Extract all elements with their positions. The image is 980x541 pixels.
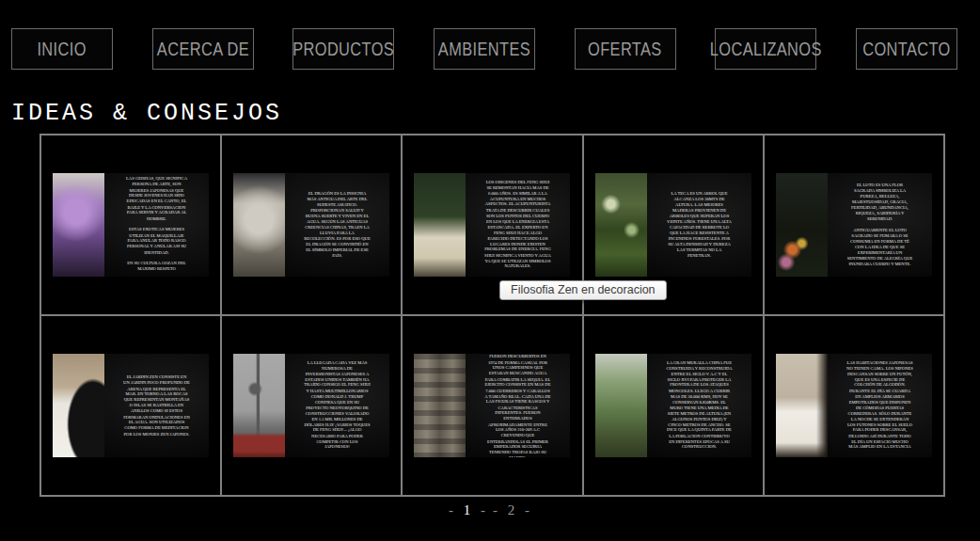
separator: - [481, 502, 487, 517]
terracotta-warriors-photo [414, 354, 466, 457]
idea-card-text-area: LAS HABITACIONES JAPONESAS NO TIENEN CAM… [828, 354, 932, 457]
ideas-grid: LAS GEISHAS, QUE SIGNIFICA PERSONA DE AR… [41, 135, 943, 495]
nav-item-localizanos[interactable]: LOCALIZANOS [715, 28, 816, 70]
ideas-grid-container: LAS GEISHAS, QUE SIGNIFICA PERSONA DE AR… [40, 134, 945, 497]
tooltip: Filosofia Zen en decoracion [499, 280, 667, 300]
nav-item-productos[interactable]: PRODUCTOS [292, 28, 394, 70]
idea-card-body: EL DRAGÓN ES LA INSIGNIA MÁS ANTIGUA DEL… [233, 173, 389, 277]
separator: - [449, 502, 455, 517]
idea-card-body: LAS GEISHAS, QUE SIGNIFICA PERSONA DE AR… [53, 173, 209, 277]
idea-card-text: LOS ORIGENES DEL FENG SHUI SE REMONTAN H… [484, 180, 551, 270]
idea-card-text-area: LA GRAN MURALLA CHINA FUE CONSTRUIDA Y R… [647, 354, 751, 457]
idea-card-text-area: LAS GEISHAS, QUE SIGNIFICA PERSONA DE AR… [104, 173, 209, 277]
nav-item-contacto[interactable]: CONTACTO [856, 28, 957, 70]
idea-card-text: LA GRAN MURALLA CHINA FUE CONSTRUIDA Y R… [666, 360, 733, 451]
idea-card-text: LA LLEGADA CADA VEZ MÁS NUMEROSA DE INVE… [304, 360, 371, 451]
idea-card-text: LOS GUERREROS DE XIAN FUERON DESCUBIERTO… [484, 354, 551, 457]
idea-card-body: EL LOTO ES UNA FLOR SAGRADA SIMBOLIZA LA… [776, 173, 932, 277]
teak-forest-photo [595, 173, 647, 277]
nav-item-label: OFERTAS [588, 38, 662, 60]
idea-card-text: LAS GEISHAS, QUE SIGNIFICA PERSONA DE AR… [123, 177, 190, 273]
idea-card-geishas[interactable]: LAS GEISHAS, QUE SIGNIFICA PERSONA DE AR… [41, 135, 220, 314]
nav-item-ofertas[interactable]: OFERTAS [575, 28, 676, 70]
idea-card-body: LA TECA ES UN ARBOL QUE ALCANZA LOS 30MT… [595, 173, 751, 277]
nav-item-acerca-de[interactable]: ACERCA DE [152, 28, 254, 70]
idea-card-habitaciones[interactable]: LAS HABITACIONES JAPONESAS NO TIENEN CAM… [765, 316, 943, 495]
dragon-statue-photo [233, 173, 285, 277]
geisha-photo [53, 173, 104, 277]
idea-card-body: LOS ORIGENES DEL FENG SHUI SE REMONTAN H… [414, 173, 570, 277]
great-wall-photo [595, 354, 647, 457]
idea-card-body: LA LLEGADA CADA VEZ MÁS NUMEROSA DE INVE… [233, 354, 389, 457]
idea-card-inversionistas[interactable]: LA LLEGADA CADA VEZ MÁS NUMEROSA DE INVE… [222, 316, 401, 495]
idea-card-text-area: EL JARDIN ZEN CONSISTE EN UN JARDIN POCO… [104, 354, 209, 457]
page-link-1[interactable]: - 1 - [449, 502, 487, 518]
nav-item-ambientes[interactable]: AMBIENTES [434, 28, 535, 70]
nav-item-label: PRODUCTOS [292, 38, 394, 60]
idea-card-body: LAS HABITACIONES JAPONESAS NO TIENEN CAM… [776, 354, 932, 457]
idea-card-text-area: LOS ORIGENES DEL FENG SHUI SE REMONTAN H… [466, 173, 570, 277]
page-link-2[interactable]: - 2 - [493, 502, 531, 518]
shanghai-tower-photo [233, 354, 285, 457]
zen-garden-photo [53, 354, 104, 457]
idea-card-gran-muralla[interactable]: LA GRAN MURALLA CHINA FUE CONSTRUIDA Y R… [584, 316, 763, 495]
pagination: - 1 -- 2 - [0, 502, 980, 518]
feng-shui-furniture-photo [414, 173, 466, 277]
nav-item-label: AMBIENTES [438, 38, 530, 60]
idea-card-body: LOS GUERREROS DE XIAN FUERON DESCUBIERTO… [414, 354, 570, 457]
idea-card-jardin-zen[interactable]: EL JARDIN ZEN CONSISTE EN UN JARDIN POCO… [41, 316, 220, 495]
idea-card-text-area: EL DRAGÓN ES LA INSIGNIA MÁS ANTIGUA DEL… [285, 173, 389, 277]
page-number: 2 [508, 502, 517, 517]
idea-card-text: LA TECA ES UN ARBOL QUE ALCANZA LOS 30MT… [666, 191, 733, 259]
separator: - [493, 502, 499, 517]
idea-card-guerreros-xian[interactable]: LOS GUERREROS DE XIAN FUERON DESCUBIERTO… [403, 316, 581, 495]
lotus-garden-photo [776, 173, 828, 277]
nav-item-label: LOCALIZANOS [710, 38, 822, 60]
main-navigation: INICIO ACERCA DE PRODUCTOS AMBIENTES OFE… [11, 28, 957, 70]
nav-item-label: ACERCA DE [157, 38, 249, 60]
separator: - [525, 502, 531, 517]
idea-card-text: EL DRAGÓN ES LA INSIGNIA MÁS ANTIGUA DEL… [304, 191, 371, 259]
idea-card-dragon[interactable]: EL DRAGÓN ES LA INSIGNIA MÁS ANTIGUA DEL… [222, 135, 401, 314]
page-title: IDEAS & CONSEJOS [11, 100, 980, 127]
idea-card-text-area: EL LOTO ES UNA FLOR SAGRADA SIMBOLIZA LA… [828, 173, 932, 277]
idea-card-text: EL JARDIN ZEN CONSISTE EN UN JARDIN POCO… [123, 374, 190, 437]
nav-item-label: INICIO [38, 38, 87, 60]
idea-card-loto[interactable]: EL LOTO ES UNA FLOR SAGRADA SIMBOLIZA LA… [765, 135, 943, 314]
idea-card-text-area: LA TECA ES UN ARBOL QUE ALCANZA LOS 30MT… [647, 173, 751, 277]
idea-card-text: LAS HABITACIONES JAPONESAS NO TIENEN CAM… [846, 360, 913, 451]
idea-card-text-area: LA LLEGADA CADA VEZ MÁS NUMEROSA DE INVE… [285, 354, 389, 457]
idea-card-body: LA GRAN MURALLA CHINA FUE CONSTRUIDA Y R… [595, 354, 751, 457]
nav-item-inicio[interactable]: INICIO [11, 28, 113, 70]
idea-card-text: EL LOTO ES UNA FLOR SAGRADA SIMBOLIZA LA… [846, 183, 913, 267]
nav-item-label: CONTACTO [862, 38, 951, 60]
idea-card-text-area: LOS GUERREROS DE XIAN FUERON DESCUBIERTO… [466, 354, 570, 457]
page-number: 1 [464, 502, 473, 517]
japanese-room-photo [776, 354, 828, 457]
idea-card-body: EL JARDIN ZEN CONSISTE EN UN JARDIN POCO… [53, 354, 209, 457]
